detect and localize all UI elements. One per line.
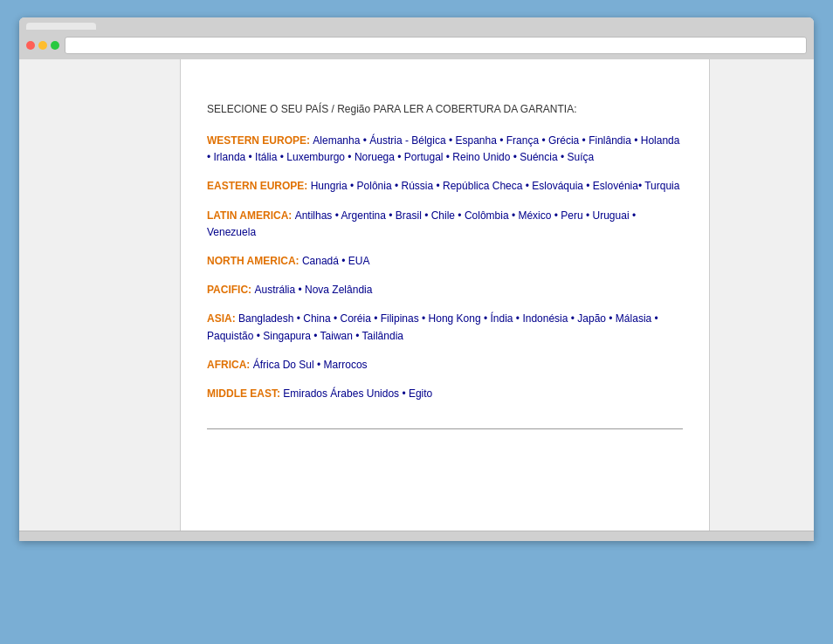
maximize-button-icon[interactable] — [51, 41, 59, 50]
region-section-asia: ASIA: Bangladesh • China • Coréia • Fili… — [207, 311, 683, 344]
region-label-eastern-europe: EASTERN EUROPE: — [207, 180, 311, 192]
region-section-africa: AFRICA: África Do Sul • Marrocos — [207, 357, 683, 373]
region-section-western-europe: WESTERN EUROPE: Alemanha • Áustria - Bél… — [207, 133, 683, 166]
browser-tab[interactable] — [26, 23, 96, 30]
region-label-africa: AFRICA: — [207, 359, 253, 371]
traffic-lights — [26, 41, 59, 50]
browser-window: SELECIONE O SEU PAÍS / Região PARA LER A… — [19, 17, 814, 541]
region-label-middle-east: MIDDLE EAST: — [207, 387, 283, 400]
region-label-north-america: NORTH AMERICA: — [207, 255, 302, 267]
minimize-button-icon[interactable] — [38, 41, 47, 50]
region-section-eastern-europe: EASTERN EUROPE: Hungria • Polônia • Rúss… — [207, 178, 683, 195]
regions-container: WESTERN EUROPE: Alemanha • Áustria - Bél… — [207, 133, 683, 402]
left-panel — [19, 59, 181, 531]
address-bar[interactable] — [65, 37, 807, 54]
region-section-middle-east: MIDDLE EAST: Emirados Árabes Unidos • Eg… — [207, 386, 683, 402]
browser-tabs — [26, 23, 807, 30]
right-panel — [709, 59, 814, 531]
divider — [207, 428, 683, 429]
region-section-latin-america: LATIN AMERICA: Antilhas • Argentina • Br… — [207, 208, 683, 241]
region-label-western-europe: WESTERN EUROPE: — [207, 134, 313, 147]
region-countries-eastern-europe[interactable]: Hungria • Polônia • Rússia • República C… — [311, 180, 680, 192]
region-countries-asia[interactable]: Bangladesh • China • Coréia • Filipinas … — [207, 312, 658, 341]
page-title: SELECIONE O SEU PAÍS / Região PARA LER A… — [207, 103, 683, 115]
region-section-north-america: NORTH AMERICA: Canadá • EUA — [207, 253, 683, 270]
browser-bottom — [19, 531, 814, 541]
region-label-asia: ASIA: — [207, 312, 238, 325]
content-area: SELECIONE O SEU PAÍS / Região PARA LER A… — [19, 59, 814, 531]
region-countries-pacific[interactable]: Austrália • Nova Zelândia — [254, 284, 372, 296]
region-label-pacific: PACIFIC: — [207, 284, 254, 296]
main-content: SELECIONE O SEU PAÍS / Região PARA LER A… — [181, 59, 709, 531]
close-button-icon[interactable] — [26, 41, 35, 50]
browser-controls — [26, 33, 807, 59]
region-countries-africa[interactable]: África Do Sul • Marrocos — [253, 359, 368, 371]
browser-chrome — [19, 17, 814, 59]
region-countries-middle-east[interactable]: Emirados Árabes Unidos • Egito — [283, 387, 432, 400]
region-section-pacific: PACIFIC: Austrália • Nova Zelândia — [207, 282, 683, 298]
region-label-latin-america: LATIN AMERICA: — [207, 209, 295, 222]
region-countries-north-america[interactable]: Canadá • EUA — [302, 255, 370, 267]
